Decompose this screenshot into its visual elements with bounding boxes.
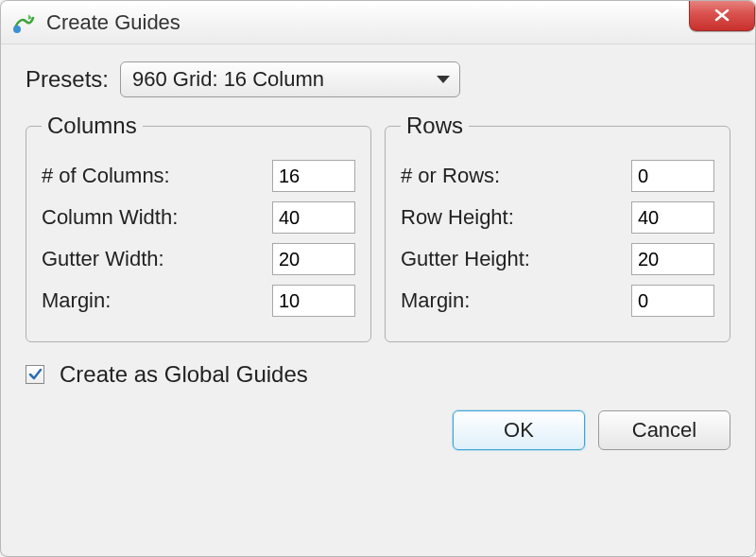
columns-group: Columns # of Columns: Column Width: Gutt… bbox=[26, 113, 371, 342]
rows-margin-label: Margin: bbox=[401, 288, 470, 313]
column-width-row: Column Width: bbox=[42, 201, 355, 234]
svg-point-0 bbox=[13, 26, 21, 33]
presets-dropdown[interactable]: 960 Grid: 16 Column bbox=[120, 61, 460, 97]
row-height-input[interactable] bbox=[631, 201, 714, 234]
rows-legend: Rows bbox=[401, 113, 469, 139]
columns-legend: Columns bbox=[42, 113, 143, 139]
row-height-label: Row Height: bbox=[401, 205, 514, 230]
columns-num-row: # of Columns: bbox=[42, 160, 355, 192]
rows-num-label: # or Rows: bbox=[401, 164, 500, 188]
rows-margin-input[interactable] bbox=[631, 285, 714, 317]
app-icon bbox=[10, 9, 37, 36]
columns-num-input[interactable] bbox=[272, 160, 355, 192]
close-button[interactable] bbox=[689, 0, 755, 31]
global-guides-checkbox[interactable] bbox=[26, 365, 44, 384]
columns-margin-row: Margin: bbox=[42, 285, 355, 317]
rows-num-input[interactable] bbox=[631, 160, 714, 192]
close-icon bbox=[709, 8, 735, 23]
gutter-height-row: Gutter Height: bbox=[401, 243, 714, 275]
gutter-height-label: Gutter Height: bbox=[401, 247, 530, 271]
column-width-input[interactable] bbox=[272, 201, 355, 234]
global-guides-checkbox-row[interactable]: Create as Global Guides bbox=[26, 361, 730, 388]
button-row: OK Cancel bbox=[26, 410, 730, 450]
cancel-button[interactable]: Cancel bbox=[598, 410, 730, 450]
titlebar: Create Guides bbox=[1, 1, 755, 44]
presets-selected: 960 Grid: 16 Column bbox=[132, 67, 324, 92]
create-guides-dialog: Create Guides Presets: 960 Grid: 16 Colu… bbox=[0, 0, 756, 557]
rows-margin-row: Margin: bbox=[401, 285, 714, 317]
presets-label: Presets: bbox=[26, 66, 109, 93]
check-icon bbox=[27, 367, 43, 382]
groups-container: Columns # of Columns: Column Width: Gutt… bbox=[26, 113, 730, 342]
columns-num-label: # of Columns: bbox=[42, 164, 170, 188]
gutter-width-row: Gutter Width: bbox=[42, 243, 355, 275]
presets-row: Presets: 960 Grid: 16 Column bbox=[26, 61, 730, 97]
columns-margin-input[interactable] bbox=[272, 285, 355, 317]
gutter-height-input[interactable] bbox=[631, 243, 714, 275]
gutter-width-input[interactable] bbox=[272, 243, 355, 275]
column-width-label: Column Width: bbox=[42, 205, 178, 230]
dialog-body: Presets: 960 Grid: 16 Column Columns # o… bbox=[1, 44, 755, 556]
gutter-width-label: Gutter Width: bbox=[42, 247, 164, 271]
row-height-row: Row Height: bbox=[401, 201, 714, 234]
global-guides-label: Create as Global Guides bbox=[60, 361, 308, 388]
window-title: Create Guides bbox=[46, 10, 180, 35]
rows-group: Rows # or Rows: Row Height: Gutter Heigh… bbox=[385, 113, 730, 342]
rows-num-row: # or Rows: bbox=[401, 160, 714, 192]
ok-button[interactable]: OK bbox=[453, 410, 585, 450]
columns-margin-label: Margin: bbox=[42, 288, 111, 313]
chevron-down-icon bbox=[437, 76, 450, 83]
